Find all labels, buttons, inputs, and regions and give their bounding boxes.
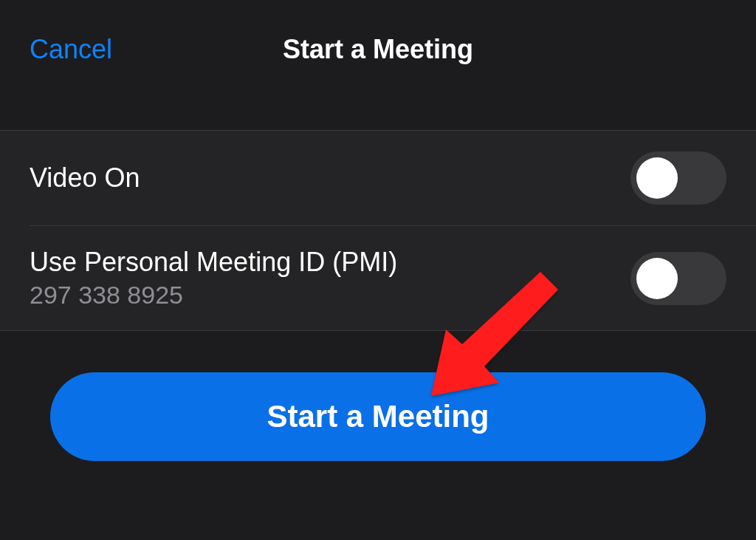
- start-meeting-button[interactable]: Start a Meeting: [50, 372, 706, 461]
- status-bar: [0, 0, 756, 16]
- header-spacer: [0, 87, 756, 130]
- button-area: Start a Meeting: [0, 331, 756, 461]
- video-toggle[interactable]: [630, 151, 726, 205]
- header: Cancel Start a Meeting: [0, 16, 756, 87]
- setting-row-video: Video On: [0, 131, 756, 225]
- setting-label-wrap: Use Personal Meeting ID (PMI) 297 338 89…: [30, 247, 397, 310]
- pmi-toggle[interactable]: [630, 252, 726, 305]
- cancel-button[interactable]: Cancel: [30, 34, 112, 65]
- pmi-label: Use Personal Meeting ID (PMI): [30, 247, 397, 278]
- pmi-value: 297 338 8925: [30, 281, 397, 310]
- page-title: Start a Meeting: [283, 34, 473, 65]
- setting-label-wrap: Video On: [30, 163, 140, 194]
- settings-group: Video On Use Personal Meeting ID (PMI) 2…: [0, 130, 756, 331]
- setting-row-pmi: Use Personal Meeting ID (PMI) 297 338 89…: [30, 225, 756, 330]
- video-label: Video On: [30, 163, 140, 194]
